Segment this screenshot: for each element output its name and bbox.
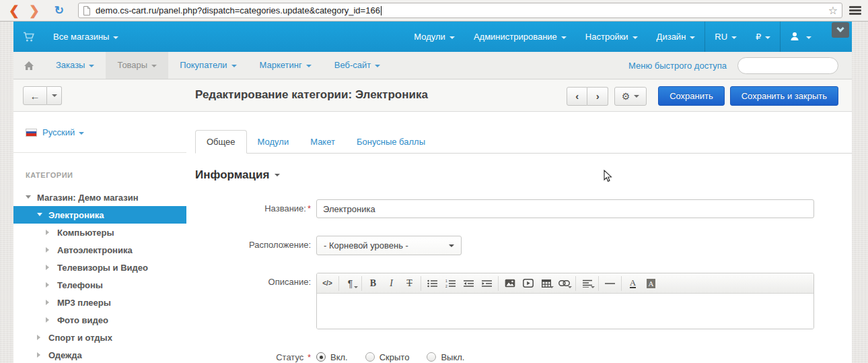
toolbar-divider xyxy=(598,276,599,291)
sidebar: Русский КАТЕГОРИИ Магазин: Демо магазинЭ… xyxy=(13,112,186,363)
nav-item[interactable]: Заказы xyxy=(44,52,106,79)
image-icon[interactable] xyxy=(501,275,519,292)
category-tree-item[interactable]: Телефоны xyxy=(13,276,186,294)
currency-selector[interactable]: ₽ xyxy=(746,22,780,52)
tree-toggle[interactable] xyxy=(46,282,57,288)
alignment-icon[interactable] xyxy=(578,275,596,292)
save-and-close-button[interactable]: Сохранить и закрыть xyxy=(730,86,838,106)
save-button[interactable]: Сохранить xyxy=(658,86,725,106)
ordered-list-icon[interactable]: 12 xyxy=(441,275,460,292)
language-selector[interactable]: RU xyxy=(705,22,746,52)
link-icon[interactable] xyxy=(555,275,573,292)
user-menu[interactable] xyxy=(781,22,821,52)
information-section-header[interactable]: Информация xyxy=(195,168,852,182)
content-language-selector[interactable]: Русский xyxy=(42,127,84,137)
store-selector[interactable]: Все магазины xyxy=(44,22,128,52)
text-color-icon[interactable]: A xyxy=(624,275,642,292)
chevron-collapsed-icon xyxy=(46,300,52,305)
outdent-icon[interactable] xyxy=(460,275,478,292)
status-radio-0[interactable]: Вкл. xyxy=(316,352,348,362)
prev-item-button[interactable]: ‹ xyxy=(567,87,587,106)
topbar: Все магазины МодулиАдминистрированиеНаст… xyxy=(13,22,852,52)
category-tree-item[interactable]: Спорт и отдых xyxy=(13,329,186,346)
tab-макет[interactable]: Макет xyxy=(299,131,346,153)
browser-reload-icon[interactable]: ↻ xyxy=(50,5,69,16)
chevron-down-icon xyxy=(449,36,455,39)
tree-toggle[interactable] xyxy=(46,230,57,235)
search-input[interactable] xyxy=(744,61,848,70)
topbar-menu-0[interactable]: Модули xyxy=(404,22,464,52)
required-asterisk: * xyxy=(305,352,311,362)
quick-access-menu-link[interactable]: Меню быстрого доступа xyxy=(628,61,727,71)
unordered-list-icon[interactable] xyxy=(423,275,441,292)
radio-button-icon xyxy=(316,352,326,362)
status-field-label: Статус * xyxy=(195,352,316,362)
bookmark-star-icon[interactable]: ☆ xyxy=(828,4,838,17)
indent-icon[interactable] xyxy=(478,275,496,292)
tree-toggle[interactable] xyxy=(46,300,57,305)
next-item-button[interactable]: › xyxy=(587,87,608,106)
browser-back-icon[interactable]: ❮ xyxy=(4,4,24,17)
category-tree-item[interactable]: Магазин: Демо магазин xyxy=(13,189,186,206)
location-select[interactable]: - Корневой уровень - xyxy=(316,236,462,255)
tree-toggle[interactable] xyxy=(46,317,57,323)
address-bar[interactable]: demo.cs-cart.ru/panel.php?dispatch=categ… xyxy=(78,3,842,18)
status-radio-2[interactable]: Выкл. xyxy=(427,352,464,362)
radio-label: Скрыто xyxy=(379,352,410,362)
category-label: Телевизоры и Видео xyxy=(57,263,148,273)
status-radio-1[interactable]: Скрыто xyxy=(365,352,410,362)
chevron-down-icon xyxy=(375,65,380,67)
bold-icon[interactable]: B xyxy=(364,275,382,292)
topbar-menu-3[interactable]: Дизайн xyxy=(647,22,705,52)
search-box[interactable] xyxy=(737,57,838,74)
tree-toggle[interactable] xyxy=(46,247,57,253)
topbar-menu-2[interactable]: Настройки xyxy=(576,22,647,52)
topbar-menu-1[interactable]: Администрирование xyxy=(464,22,576,52)
video-icon[interactable] xyxy=(519,275,537,292)
background-color-icon[interactable]: A xyxy=(642,275,660,292)
home-button[interactable] xyxy=(13,52,44,79)
tree-toggle[interactable] xyxy=(37,335,48,340)
back-dropdown-button[interactable] xyxy=(47,86,62,105)
description-editor-area[interactable] xyxy=(317,294,813,329)
table-icon[interactable] xyxy=(537,275,555,292)
nav-item[interactable]: Маркетинг xyxy=(248,52,323,79)
tree-toggle[interactable] xyxy=(37,211,48,219)
browser-menu-icon[interactable] xyxy=(849,5,861,16)
settings-dropdown-button[interactable]: ⚙ xyxy=(614,87,647,106)
category-label: Магазин: Демо магазин xyxy=(37,193,139,203)
category-tree-item[interactable]: Электроника xyxy=(13,206,186,224)
paragraph-format-icon[interactable]: ¶ xyxy=(341,275,359,292)
nav-item[interactable]: Покупатели xyxy=(168,52,248,79)
category-tree-item[interactable]: Компьютеры xyxy=(13,224,186,241)
code-icon[interactable]: </> xyxy=(318,275,336,292)
category-tree-item[interactable]: Одежда xyxy=(13,346,186,363)
category-tree-item[interactable]: Телевизоры и Видео xyxy=(13,259,186,276)
browser-forward-icon[interactable]: ❯ xyxy=(24,4,44,17)
category-tree-item[interactable]: MP3 плееры xyxy=(13,294,186,311)
italic-icon[interactable]: I xyxy=(382,275,400,292)
chevron-down-icon xyxy=(731,36,737,39)
chevron-down-icon xyxy=(306,65,312,67)
chevron-expanded-icon xyxy=(26,195,31,201)
strikethrough-icon[interactable]: T xyxy=(400,275,419,292)
tab-общее[interactable]: Общее xyxy=(195,130,247,154)
category-tree-item[interactable]: Автоэлектроника xyxy=(13,241,186,259)
tab-бонусные-баллы[interactable]: Бонусные баллы xyxy=(346,131,436,153)
chevron-down-icon xyxy=(151,65,157,67)
radio-label: Вкл. xyxy=(330,352,348,362)
tree-toggle[interactable] xyxy=(37,352,48,358)
text-cursor xyxy=(381,6,382,15)
collapse-panel-button[interactable] xyxy=(832,22,849,38)
name-input[interactable] xyxy=(316,199,814,218)
name-field-label: Название:* xyxy=(195,199,316,218)
nav-item[interactable]: Товары xyxy=(106,52,168,79)
tree-toggle[interactable] xyxy=(46,265,57,270)
nav-item[interactable]: Веб-сайт xyxy=(323,52,392,79)
tree-toggle[interactable] xyxy=(26,193,37,201)
back-button[interactable]: ← xyxy=(23,86,47,105)
horizontal-rule-icon[interactable] xyxy=(601,275,619,292)
category-tree-item[interactable]: Фото видео xyxy=(13,311,186,329)
tab-модули[interactable]: Модули xyxy=(247,131,300,153)
chevron-collapsed-icon xyxy=(46,317,52,323)
